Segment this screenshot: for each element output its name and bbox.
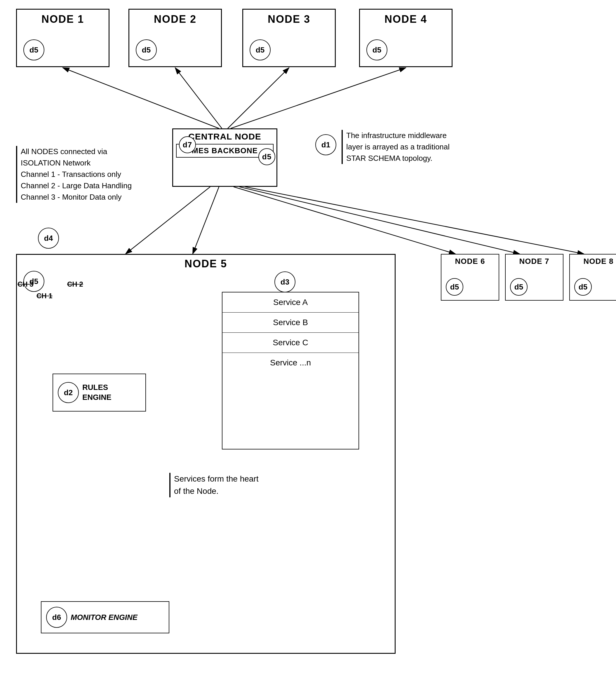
node7-badge: d5 <box>510 278 528 296</box>
mes-backbone-box: d7 MES BACKBONE d5 <box>176 144 274 158</box>
node6-badge: d5 <box>446 278 463 296</box>
annotation-top-right: The infrastructure middlewarelayer is ar… <box>342 130 488 164</box>
service-n: Service ...n <box>222 353 359 373</box>
svg-line-10 <box>245 187 584 254</box>
channel-ch2-label: CH 2 <box>67 280 83 288</box>
node4-label: NODE 4 <box>384 13 427 25</box>
svg-line-2 <box>63 68 219 128</box>
d4-badge: d4 <box>38 228 59 248</box>
rules-engine-box: d2 RULESENGINE <box>52 373 146 412</box>
d6-badge: d6 <box>46 607 67 628</box>
svg-line-9 <box>239 187 520 254</box>
node2-box: NODE 2 d5 <box>128 9 222 67</box>
d2-badge: d2 <box>58 382 79 403</box>
node6-label: NODE 6 <box>455 257 485 266</box>
central-d5-badge: d5 <box>258 148 275 165</box>
monitor-engine-box: d6 MONITOR ENGINE <box>41 601 169 633</box>
node8-label: NODE 8 <box>583 257 614 266</box>
svg-line-7 <box>193 187 219 254</box>
node1-label: NODE 1 <box>41 13 84 25</box>
node4-box: NODE 4 d5 <box>359 9 452 67</box>
service-b: Service B <box>222 312 359 333</box>
central-d7-badge: d7 <box>179 136 196 153</box>
node2-badge: d5 <box>136 39 157 60</box>
node4-badge: d5 <box>366 39 387 60</box>
annotation-left: All NODES connected viaISOLATION Network… <box>16 146 132 203</box>
node5-label: NODE 5 <box>17 255 395 270</box>
node3-badge: d5 <box>250 39 271 60</box>
d1-badge: d1 <box>315 134 336 155</box>
node8-badge: d5 <box>574 278 592 296</box>
node7-label: NODE 7 <box>519 257 549 266</box>
service-c: Service C <box>222 333 359 353</box>
monitor-engine-label: MONITOR ENGINE <box>71 613 137 622</box>
svg-line-6 <box>126 187 210 254</box>
mes-backbone-label: MES BACKBONE <box>192 146 258 155</box>
annotation-services: Services form the heartof the Node. <box>169 473 258 497</box>
node8-box: NODE 8 d5 <box>569 254 616 301</box>
node6-box: NODE 6 d5 <box>441 254 499 301</box>
node3-box: NODE 3 d5 <box>242 9 336 67</box>
svg-line-4 <box>228 68 289 128</box>
node2-label: NODE 2 <box>154 13 196 25</box>
node7-box: NODE 7 d5 <box>505 254 564 301</box>
node1-badge: d5 <box>23 39 44 60</box>
node1-box: NODE 1 d5 <box>16 9 109 67</box>
svg-line-3 <box>175 68 222 128</box>
svg-line-5 <box>231 68 406 128</box>
services-box: Service A Service B Service C Service ..… <box>222 292 359 450</box>
node3-label: NODE 3 <box>268 13 310 25</box>
svg-line-8 <box>234 187 455 254</box>
rules-engine-label: RULESENGINE <box>82 383 111 403</box>
service-a: Service A <box>222 293 359 312</box>
channel-ch3-label: CH 3 <box>18 280 34 288</box>
channel-ch1-label: CH 1 <box>37 292 52 300</box>
d3-badge: d3 <box>274 272 295 293</box>
central-node-box: CENTRAL NODE d7 MES BACKBONE d5 <box>172 128 277 187</box>
diagram-container: NODE 1 d5 NODE 2 d5 NODE 3 d5 NODE 4 d5 … <box>0 0 616 692</box>
